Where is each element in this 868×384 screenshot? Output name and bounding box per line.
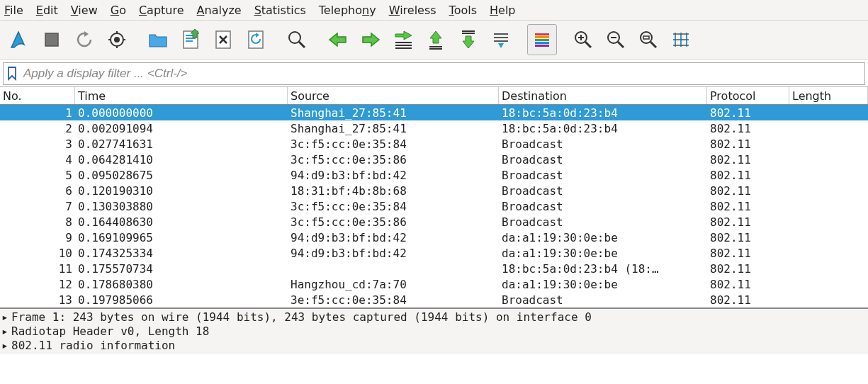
reload-file-icon[interactable]: [241, 24, 271, 55]
colorize-icon[interactable]: [527, 24, 557, 55]
packet-row[interactable]: 70.1303038803c:f5:cc:0e:35:84Broadcast80…: [0, 198, 868, 214]
cell-time: 0.095028675: [75, 169, 288, 182]
column-header-proto[interactable]: Protocol: [707, 87, 789, 104]
detail-tree-item[interactable]: ▸Frame 1: 243 bytes on wire (1944 bits),…: [1, 310, 868, 324]
open-file-icon[interactable]: [143, 24, 173, 55]
cell-no: 2: [0, 122, 75, 135]
expand-triangle-icon[interactable]: ▸: [1, 339, 11, 353]
restart-capture-icon[interactable]: [69, 24, 99, 55]
packet-row[interactable]: 100.17432533494:d9:b3:bf:bd:42da:a1:19:3…: [0, 245, 868, 261]
cell-src: 3c:f5:cc:0e:35:84: [288, 137, 499, 151]
cell-no: 4: [0, 153, 75, 166]
svg-rect-27: [535, 39, 549, 41]
detail-text: Frame 1: 243 bytes on wire (1944 bits), …: [11, 310, 592, 324]
menu-wireless[interactable]: Wireless: [389, 4, 436, 17]
go-first-icon[interactable]: [421, 24, 451, 55]
menu-go[interactable]: Go: [111, 4, 126, 17]
go-back-icon[interactable]: [323, 24, 353, 55]
zoom-in-icon[interactable]: [568, 24, 598, 55]
cell-dst: Broadcast: [499, 200, 707, 213]
column-header-no[interactable]: No.: [0, 87, 75, 104]
svg-rect-0: [45, 33, 58, 46]
cell-time: 0.064281410: [75, 153, 288, 166]
column-header-source[interactable]: Source: [288, 87, 499, 104]
svg-rect-25: [535, 33, 549, 35]
expand-triangle-icon[interactable]: ▸: [1, 310, 11, 324]
cell-dst: da:a1:19:30:0e:be: [499, 231, 707, 244]
zoom-out-icon[interactable]: [601, 24, 631, 55]
packet-row[interactable]: 40.0642814103c:f5:cc:0e:35:86Broadcast80…: [0, 152, 868, 167]
cell-proto: 802.11: [707, 278, 789, 291]
packet-row[interactable]: 60.12019031018:31:bf:4b:8b:68Broadcast80…: [0, 183, 868, 198]
shark-fin-icon[interactable]: [4, 24, 34, 55]
cell-proto: 802.11: [707, 153, 789, 166]
cell-src: Shanghai_27:85:41: [288, 106, 499, 120]
cell-proto: 802.11: [707, 231, 789, 244]
menu-edit[interactable]: Edit: [36, 4, 58, 17]
svg-rect-26: [535, 36, 549, 38]
menu-file[interactable]: File: [4, 4, 23, 17]
packet-row[interactable]: 50.09502867594:d9:b3:bf:bd:42Broadcast80…: [0, 167, 868, 183]
packet-row[interactable]: 30.0277416313c:f5:cc:0e:35:84Broadcast80…: [0, 136, 868, 152]
cell-time: 0.002091094: [75, 122, 288, 135]
stop-capture-icon[interactable]: [37, 24, 67, 55]
cell-proto: 802.11: [707, 137, 789, 151]
expand-triangle-icon[interactable]: ▸: [1, 324, 11, 339]
filter-bookmark-icon[interactable]: [4, 67, 21, 81]
menu-view[interactable]: View: [71, 4, 98, 17]
svg-point-37: [641, 32, 652, 43]
svg-point-13: [289, 32, 300, 43]
packet-row[interactable]: 110.17557073418:bc:5a:0d:23:b4 (18:…802.…: [0, 261, 868, 276]
auto-scroll-icon[interactable]: [486, 24, 516, 55]
menu-capture[interactable]: Capture: [139, 4, 184, 17]
packet-details-pane: ▸Frame 1: 243 bytes on wire (1944 bits),…: [0, 307, 868, 354]
column-header-length[interactable]: Length: [789, 87, 868, 104]
display-filter-bar: [3, 62, 865, 85]
cell-src: 3c:f5:cc:0e:35:84: [288, 200, 499, 213]
cell-dst: Broadcast: [499, 137, 707, 151]
save-file-icon[interactable]: [176, 24, 205, 55]
packet-row[interactable]: 10.000000000Shanghai_27:85:4118:bc:5a:0d…: [0, 105, 868, 120]
menu-analyze[interactable]: Analyze: [197, 4, 242, 17]
close-file-icon[interactable]: [208, 24, 238, 55]
display-filter-input[interactable]: [21, 65, 864, 82]
packet-row[interactable]: 20.002091094Shanghai_27:85:4118:bc:5a:0d…: [0, 120, 868, 136]
go-forward-icon[interactable]: [356, 24, 385, 55]
column-header-time[interactable]: Time: [75, 87, 288, 104]
main-toolbar: [0, 21, 868, 60]
cell-proto: 802.11: [707, 247, 789, 260]
menu-telephony[interactable]: Telephony: [319, 4, 376, 17]
column-header-dest[interactable]: Destination: [499, 87, 707, 104]
cell-src: Shanghai_27:85:41: [288, 122, 499, 135]
cell-dst: 18:bc:5a:0d:23:b4 (18:…: [499, 262, 707, 276]
cell-src: 94:d9:b3:bf:bd:42: [288, 231, 499, 244]
menu-help[interactable]: Help: [490, 4, 515, 17]
cell-no: 9: [0, 231, 75, 244]
detail-text: 802.11 radio information: [11, 339, 175, 353]
capture-options-icon[interactable]: [102, 24, 132, 55]
resize-columns-icon[interactable]: [666, 24, 696, 55]
go-last-icon[interactable]: [453, 24, 483, 55]
menu-tools[interactable]: Tools: [449, 4, 477, 17]
detail-tree-item[interactable]: ▸Radiotap Header v0, Length 18: [1, 324, 868, 339]
cell-proto: 802.11: [707, 215, 789, 229]
packet-row[interactable]: 120.178680380Hangzhou_cd:7a:70da:a1:19:3…: [0, 276, 868, 292]
cell-no: 3: [0, 137, 75, 151]
cell-no: 1: [0, 106, 75, 120]
packet-row[interactable]: 90.16910996594:d9:b3:bf:bd:42da:a1:19:30…: [0, 230, 868, 245]
packet-row[interactable]: 130.1979850663e:f5:cc:0e:35:84Broadcast8…: [0, 292, 868, 307]
cell-time: 0.000000000: [75, 106, 288, 120]
find-packet-icon[interactable]: [282, 24, 312, 55]
svg-rect-10: [186, 40, 193, 42]
cell-time: 0.164408630: [75, 215, 288, 229]
menu-statistics[interactable]: Statistics: [254, 4, 306, 17]
cell-dst: da:a1:19:30:0e:be: [499, 247, 707, 260]
cell-src: 94:d9:b3:bf:bd:42: [288, 247, 499, 260]
cell-time: 0.178680380: [75, 278, 288, 291]
go-to-packet-icon[interactable]: [388, 24, 418, 55]
detail-tree-item[interactable]: ▸802.11 radio information: [1, 339, 868, 353]
zoom-reset-icon[interactable]: [633, 24, 663, 55]
svg-point-6: [114, 37, 120, 43]
packet-row[interactable]: 80.1644086303c:f5:cc:0e:35:86Broadcast80…: [0, 214, 868, 230]
cell-no: 10: [0, 247, 75, 260]
